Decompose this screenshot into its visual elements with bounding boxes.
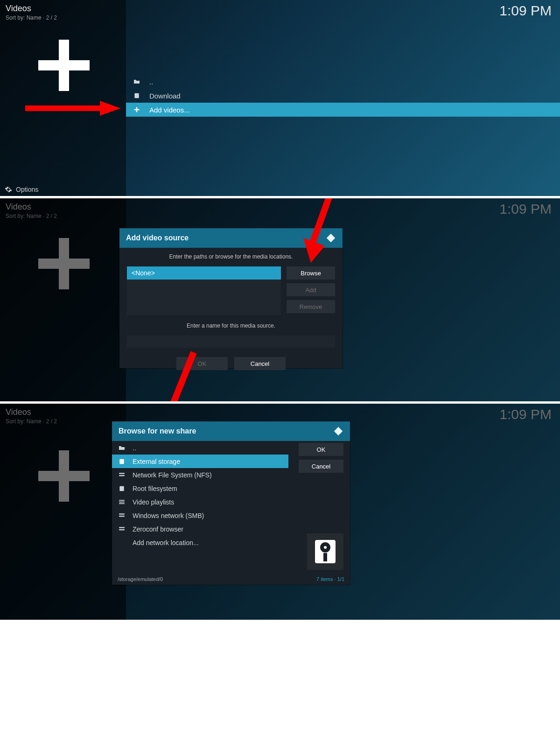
clock: 1:09 PM [499,406,552,422]
clock: 1:09 PM [499,3,552,19]
device-icon [118,458,126,465]
ok-button[interactable]: OK [176,357,228,370]
sort-indicator: Sort by: Name · 2 / 2 [6,14,120,21]
svg-rect-11 [119,475,125,476]
item-count: 7 items · 1/1 [316,576,344,582]
gear-icon [5,186,12,193]
options-label: Options [16,186,38,193]
list-item[interactable]: Network File System (NFS) [112,468,288,482]
add-source-plus-icon [38,40,90,91]
paths-empty-area [127,280,281,315]
svg-rect-0 [134,93,139,98]
dialog-body: Enter the paths or browse for the media … [119,248,343,378]
screenshot-1: Videos Sort by: Name · 2 / 2 Options 1:0… [0,0,560,196]
folder-up-icon [118,445,126,451]
list-item[interactable]: Zeroconf browser [112,522,288,536]
svg-rect-23 [323,553,327,561]
sidebar: Videos Sort by: Name · 2 / 2 Options [0,0,126,196]
svg-rect-16 [119,513,125,514]
list-item-external-storage[interactable]: External storage [112,455,288,468]
dialog-instruction: Enter the paths or browse for the media … [127,253,335,260]
file-list: .. Download Add videos... [126,75,560,117]
net-icon [118,526,126,532]
list-item[interactable]: Download [126,89,560,103]
sidebar: Videos Sort by: Name · 2 / 2 [0,198,126,401]
kodi-logo-icon [326,233,336,243]
list-item[interactable]: .. [112,441,288,455]
svg-rect-12 [119,486,124,491]
list-item-label: .. [133,444,136,452]
options-button[interactable]: Options [5,186,38,193]
device-icon [118,485,126,492]
svg-rect-14 [119,501,125,502]
kodi-logo-icon [333,426,343,436]
browse-share-dialog: Browse for new share .. External storage… [112,421,350,585]
clock: 1:09 PM [499,201,552,217]
dialog-header: Add video source [119,228,343,248]
harddrive-icon [314,539,336,564]
svg-rect-19 [119,529,125,530]
dialog-footer: /storage/emulated/0 7 items · 1/1 [118,576,344,582]
plus-icon [133,106,141,113]
dialog-title: Browse for new share [119,427,196,435]
dialog-title: Add video source [126,234,189,242]
add-source-plus-icon [38,450,90,502]
list-item[interactable]: Windows network (SMB) [112,509,288,522]
share-list: .. External storage Network File System … [112,441,288,549]
svg-rect-18 [119,527,125,528]
svg-point-22 [324,546,327,549]
list-item-label: Add network location... [133,539,199,546]
ok-button[interactable]: OK [299,443,343,456]
paths-list[interactable]: <None> [127,266,281,315]
path-entry[interactable]: <None> [127,266,281,280]
list-item-label: Root filesystem [133,485,177,492]
page-padding [0,620,560,756]
sort-indicator: Sort by: Name · 2 / 2 [6,418,120,425]
svg-rect-17 [119,516,125,517]
storage-thumbnail [307,533,343,570]
remove-path-button[interactable]: Remove [287,300,335,313]
list-item[interactable]: .. [126,75,560,89]
list-item-label: External storage [133,458,180,465]
list-item-add-network-location[interactable]: Add network location... [112,536,288,549]
svg-marker-8 [334,427,343,435]
svg-rect-9 [119,459,124,464]
dialog-header: Browse for new share [112,421,350,441]
list-item-label: .. [149,78,153,86]
browse-button[interactable]: Browse [287,266,335,280]
svg-rect-13 [119,500,125,501]
list-item-label: Video playlists [133,498,174,506]
svg-rect-10 [119,473,125,474]
page-title: Videos [6,202,120,212]
device-icon [133,92,141,99]
list-item-label: Add videos... [149,106,190,114]
page-title: Videos [6,407,120,417]
svg-rect-15 [119,503,125,504]
net-icon [118,472,126,478]
sort-indicator: Sort by: Name · 2 / 2 [6,213,120,219]
folder-up-icon [133,79,141,84]
current-path: /storage/emulated/0 [118,576,163,582]
add-path-button[interactable]: Add [287,283,335,296]
list-item-label: Zeroconf browser [133,525,183,533]
cancel-button[interactable]: Cancel [234,357,286,370]
list-item-label: Windows network (SMB) [133,512,204,519]
add-video-source-dialog: Add video source Enter the paths or brow… [119,228,343,368]
list-item-add-videos[interactable]: Add videos... [126,103,560,117]
sidebar: Videos Sort by: Name · 2 / 2 [0,404,126,620]
screenshot-3: Videos Sort by: Name · 2 / 2 1:09 PM Bro… [0,404,560,620]
cancel-button[interactable]: Cancel [299,460,343,473]
list-item-label: Network File System (NFS) [133,471,212,479]
list-item[interactable]: Root filesystem [112,482,288,495]
screenshot-2: Videos Sort by: Name · 2 / 2 1:09 PM Add… [0,198,560,401]
page-title: Videos [6,4,120,14]
add-source-plus-icon [38,238,90,289]
list-item-label: Download [149,92,181,100]
svg-marker-3 [327,234,335,242]
list-item[interactable]: Video playlists [112,495,288,509]
source-name-input[interactable] [127,336,335,348]
net-icon [118,513,126,518]
list-icon [118,499,126,505]
name-instruction: Enter a name for this media source. [127,322,335,329]
